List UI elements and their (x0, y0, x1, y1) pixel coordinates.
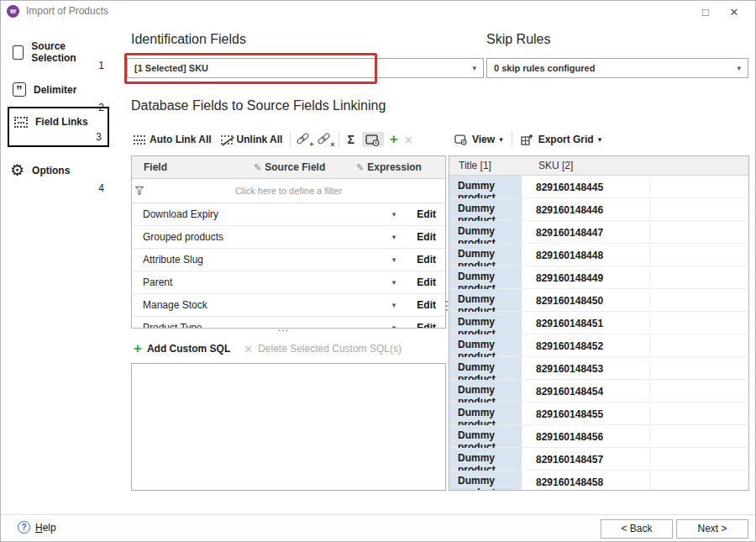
edit-expression-button[interactable]: Edit (408, 231, 445, 243)
preview-row[interactable]: Dummy product 829160148451 (449, 312, 748, 334)
column-header-sku[interactable]: SKU [2] (527, 160, 573, 171)
chevron-down-icon: ▾ (598, 135, 602, 144)
app-logo-icon: w (7, 5, 19, 18)
source-field-dropdown[interactable]: ▾ (380, 255, 408, 264)
preview-row[interactable]: Dummy product 829160148445 (449, 176, 748, 198)
skip-rules-heading: Skip Rules (486, 32, 550, 47)
help-button[interactable]: ? Help (18, 521, 56, 534)
sidebar-item-options[interactable]: ⚙ Options 4 (8, 160, 108, 194)
preview-row[interactable]: Dummy product 829160148449 (449, 266, 748, 289)
column-header-field[interactable]: Field (132, 161, 254, 173)
maximize-button[interactable]: □ (691, 4, 720, 18)
custom-sql-input[interactable] (131, 363, 446, 491)
remove-link-button[interactable]: × (318, 134, 333, 146)
gear-icon: ⚙ (10, 163, 24, 177)
edit-expression-button[interactable]: Edit (408, 254, 445, 266)
filter-row[interactable]: Click here to define a filter (132, 179, 445, 203)
unlink-slash-icon (221, 135, 233, 145)
sidebar-item-source-selection[interactable]: Source Selection 1 (8, 38, 108, 71)
field-row[interactable]: ▸ Manage Stock ▾ Edit (132, 294, 445, 317)
preview-row[interactable]: Dummy product 829160148453 (449, 357, 748, 380)
field-row[interactable]: ▸ Grouped products ▾ Edit (132, 226, 445, 249)
toolbar-separator (512, 132, 512, 147)
source-field-dropdown[interactable]: ▾ (380, 210, 408, 218)
sku-cell: 829160148455 (524, 403, 650, 424)
plus-icon: + (134, 343, 142, 355)
preview-toggle-button[interactable] (362, 132, 384, 147)
field-grid-header: Field ✎Source Field ✎Expression (132, 156, 445, 179)
export-grid-icon (521, 134, 534, 145)
next-button[interactable]: Next > (676, 519, 748, 539)
edit-expression-button[interactable]: Edit (408, 276, 445, 288)
add-link-button[interactable]: + (297, 134, 312, 146)
add-custom-sql-button[interactable]: + Add Custom SQL (134, 343, 230, 355)
edit-expression-button[interactable]: Edit (408, 208, 445, 220)
step-number: 4 (98, 182, 104, 194)
unlink-all-button[interactable]: Unlink All (219, 131, 285, 148)
skip-rules-dropdown[interactable]: 0 skip rules configured ▾ (486, 58, 748, 78)
preview-row[interactable]: Dummy product 829160148454 (449, 380, 748, 403)
title-cell: Dummy product (449, 244, 524, 266)
preview-grid-body: Dummy product 829160148445 Dummy product… (449, 176, 748, 491)
sku-cell: 829160148454 (524, 380, 650, 402)
column-header-title[interactable]: Title [1] (449, 160, 527, 171)
title-cell: Dummy product (449, 221, 524, 243)
sku-cell: 829160148445 (524, 176, 650, 197)
title-cell: Dummy product (449, 266, 524, 288)
preview-row[interactable]: Dummy product 829160148447 (449, 221, 748, 244)
source-field-dropdown[interactable]: ▾ (380, 324, 408, 329)
column-header-expression[interactable]: ✎Expression (356, 161, 445, 173)
preview-row[interactable]: Dummy product 829160148450 (449, 289, 748, 312)
column-header-source-field[interactable]: ✎Source Field (254, 161, 356, 173)
chevron-down-icon: ▾ (499, 135, 503, 144)
delete-custom-sql-label: Delete Selected Custom SQL(s) (258, 343, 402, 355)
identification-fields-heading: Identification Fields (131, 32, 246, 47)
toolbar-separator (290, 132, 291, 147)
import-products-window: w Import of Products □ ✕ Source Selectio… (0, 0, 756, 542)
sidebar-item-field-links[interactable]: Field Links 3 (8, 107, 109, 147)
source-field-dropdown[interactable]: ▾ (380, 233, 408, 241)
toolbar-separator (339, 132, 339, 147)
preview-row[interactable]: Dummy product 829160148458 (449, 471, 748, 491)
sidebar-item-label: Source Selection (31, 40, 108, 64)
preview-row[interactable]: Dummy product 829160148452 (449, 334, 748, 357)
title-cell: Dummy product (449, 176, 524, 197)
title-cell: Dummy product (449, 334, 524, 356)
eye-box-icon (454, 134, 468, 145)
help-label: Help (35, 522, 56, 534)
close-button[interactable]: ✕ (720, 4, 748, 18)
preview-row[interactable]: Dummy product 829160148457 (449, 448, 748, 471)
dotted-grid-icon (134, 135, 145, 145)
field-row[interactable]: ▸ Parent ▾ Edit (132, 271, 445, 294)
title-cell: Dummy product (449, 471, 524, 491)
dotted-grid-icon (14, 117, 28, 128)
footer-bar: ? Help < Back Next > (1, 514, 755, 541)
auto-link-all-button[interactable]: Auto Link All (132, 131, 213, 148)
preview-row[interactable]: Dummy product 829160148446 (449, 198, 748, 221)
grid-resize-grip[interactable]: ... (278, 324, 289, 332)
back-button[interactable]: < Back (601, 519, 673, 539)
view-button[interactable]: View ▾ (453, 131, 505, 148)
field-name: Grouped products (143, 231, 380, 243)
chevron-down-icon: ▾ (737, 64, 741, 72)
step-number: 1 (98, 60, 104, 71)
field-row[interactable]: ▸ Download Expiry ▾ Edit (132, 203, 445, 226)
edit-expression-button[interactable]: Edit (408, 299, 445, 311)
export-grid-button[interactable]: Export Grid ▾ (519, 131, 604, 148)
add-row-button[interactable]: + (390, 134, 398, 145)
title-cell: Dummy product (449, 289, 524, 311)
preview-row[interactable]: Dummy product 829160148455 (449, 403, 748, 425)
wizard-sidebar: Source Selection 1 Delimiter 2 Field Lin… (1, 21, 125, 513)
preview-row[interactable]: Dummy product 829160148448 (449, 244, 748, 266)
window-title: Import of Products (26, 5, 691, 17)
source-field-dropdown[interactable]: ▾ (380, 278, 408, 287)
source-field-dropdown[interactable]: ▾ (380, 301, 408, 309)
field-row[interactable]: ▸ Attribute Slug ▾ Edit (132, 249, 445, 271)
quote-icon (13, 82, 26, 97)
linking-heading: Database Fields to Source Fields Linkini… (131, 98, 386, 113)
expression-sigma-button[interactable]: Σ (345, 133, 355, 146)
preview-row[interactable]: Dummy product 829160148456 (449, 425, 748, 448)
edit-expression-button[interactable]: Edit (408, 322, 445, 329)
identification-fields-dropdown[interactable]: [1 Selected] SKU ▾ (127, 58, 484, 78)
sidebar-item-label: Options (32, 165, 70, 176)
